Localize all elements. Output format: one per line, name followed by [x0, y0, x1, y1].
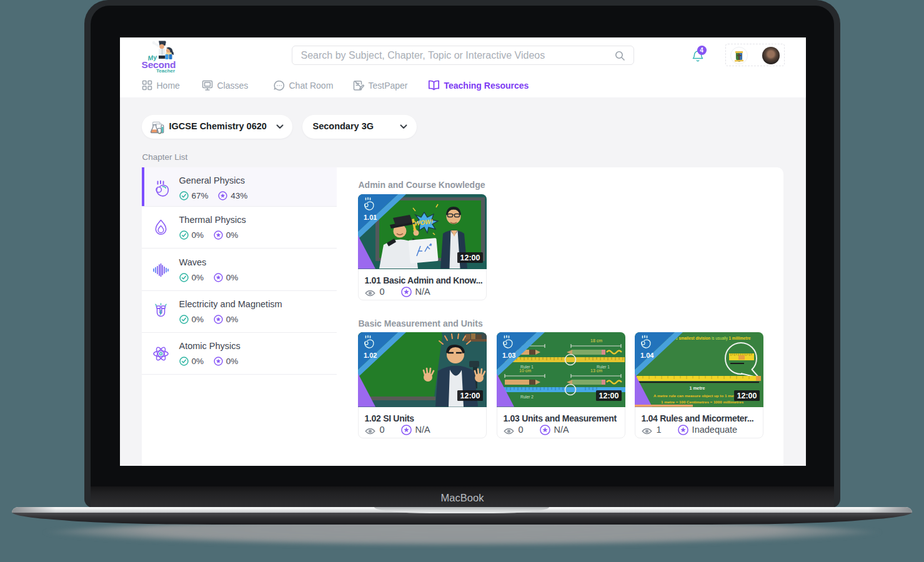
svg-text:Ruler 1: Ruler 1: [597, 365, 610, 369]
svg-text:Ruler 1: Ruler 1: [520, 365, 534, 369]
svg-text:1 metre = 100 Centimetres = 10: 1 metre = 100 Centimetres = 1000 millime…: [661, 400, 744, 404]
svg-text:Teacher: Teacher: [156, 68, 175, 72]
svg-text:1.04: 1.04: [640, 352, 654, 359]
svg-text:Ruler 2: Ruler 2: [520, 395, 534, 399]
svg-text:12:00: 12:00: [460, 392, 480, 400]
svg-text:1.01: 1.01: [364, 214, 377, 221]
svg-text:1 metre: 1 metre: [689, 386, 705, 390]
svg-text:12:00: 12:00: [737, 392, 757, 400]
svg-text:10 cm: 10 cm: [519, 368, 531, 373]
svg-text:1.03: 1.03: [502, 352, 515, 359]
svg-text:13 cm: 13 cm: [590, 368, 602, 373]
svg-text:A metre rule can measure objec: A metre rule can measure object up to 1 …: [653, 393, 741, 398]
svg-text:1.02: 1.02: [364, 352, 377, 359]
svg-text:12:00: 12:00: [599, 392, 618, 400]
svg-text:12:00: 12:00: [460, 254, 480, 262]
svg-text:18 cm: 18 cm: [590, 338, 602, 343]
